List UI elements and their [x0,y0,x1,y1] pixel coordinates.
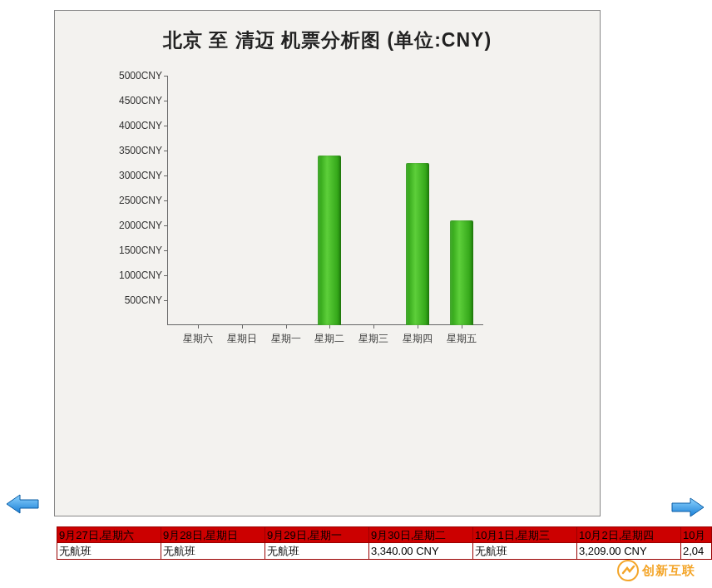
x-tick-mark [329,325,330,329]
x-tick-label: 星期三 [358,332,388,346]
table-cell: 无航班 [57,543,161,559]
table-header-cell: 10月 [681,527,711,543]
x-tick-label: 星期二 [314,332,344,346]
y-tick-label: 3000CNY [119,170,162,181]
table-cell: 无航班 [161,543,265,559]
chart-frame: 北京 至 清迈 机票分析图 (单位:CNY) 500CNY1000CNY1500… [54,10,601,516]
plot-area: 500CNY1000CNY1500CNY2000CNY2500CNY3000CN… [167,76,483,325]
table-cell: 无航班 [473,543,577,559]
table-cell: 2,04 [681,543,711,559]
x-tick-mark [286,325,287,329]
watermark-text: 创新互联 [642,563,695,579]
table-header-cell: 9月29日,星期一 [265,527,369,543]
y-tick-label: 2000CNY [119,220,162,231]
table-cell: 3,209.00 CNY [577,543,681,559]
y-tick-label: 1500CNY [119,245,162,256]
chart-bar [406,163,429,325]
y-tick-mark [164,200,167,201]
next-arrow-button[interactable] [670,496,705,519]
table-header-cell: 10月1日,星期三 [473,527,577,543]
y-tick-label: 4000CNY [119,120,162,131]
y-tick-mark [164,175,167,176]
table-header-cell: 9月27日,星期六 [57,527,161,543]
chart-bar [318,156,341,325]
x-tick-label: 星期一 [271,332,301,346]
y-tick-mark [164,151,167,151]
price-table: 9月27日,星期六 9月28日,星期日 9月29日,星期一 9月30日,星期二 … [57,526,712,560]
y-tick-mark [164,76,167,77]
x-tick-mark [462,325,462,329]
chart-bar [450,220,473,325]
table-value-row: 无航班 无航班 无航班 3,340.00 CNY 无航班 3,209.00 CN… [57,543,711,559]
y-tick-label: 3500CNY [119,145,162,156]
x-tick-label: 星期五 [447,332,477,346]
svg-marker-0 [7,495,38,513]
y-tick-mark [164,250,167,251]
y-axis [167,76,168,325]
watermark-logo-icon [617,560,639,581]
y-tick-label: 1000CNY [119,269,162,281]
watermark: 创新互联 [617,560,695,581]
y-tick-mark [164,101,167,101]
x-tick-mark [373,325,374,329]
x-tick-mark [418,325,418,329]
y-tick-mark [164,275,167,276]
table-cell: 无航班 [265,543,369,559]
y-tick-label: 5000CNY [119,70,162,82]
chart-title: 北京 至 清迈 机票分析图 (单位:CNY) [55,27,600,53]
y-tick-mark [164,126,167,126]
x-tick-label: 星期四 [403,332,433,346]
y-tick-label: 4500CNY [119,95,162,106]
y-tick-mark [164,300,167,301]
table-cell: 3,340.00 CNY [369,543,473,559]
x-tick-mark [198,325,199,329]
table-header-cell: 9月28日,星期日 [161,527,265,543]
y-tick-label: 2500CNY [119,195,162,206]
table-header-cell: 9月30日,星期二 [369,527,473,543]
y-tick-mark [164,225,167,226]
table-header-row: 9月27日,星期六 9月28日,星期日 9月29日,星期一 9月30日,星期二 … [57,527,711,543]
svg-marker-1 [672,498,704,516]
x-tick-label: 星期六 [183,332,213,346]
y-tick-label: 500CNY [125,294,162,306]
x-tick-mark [242,325,243,329]
x-tick-label: 星期日 [227,332,257,346]
table-header-cell: 10月2日,星期四 [577,527,681,543]
prev-arrow-button[interactable] [5,492,40,516]
